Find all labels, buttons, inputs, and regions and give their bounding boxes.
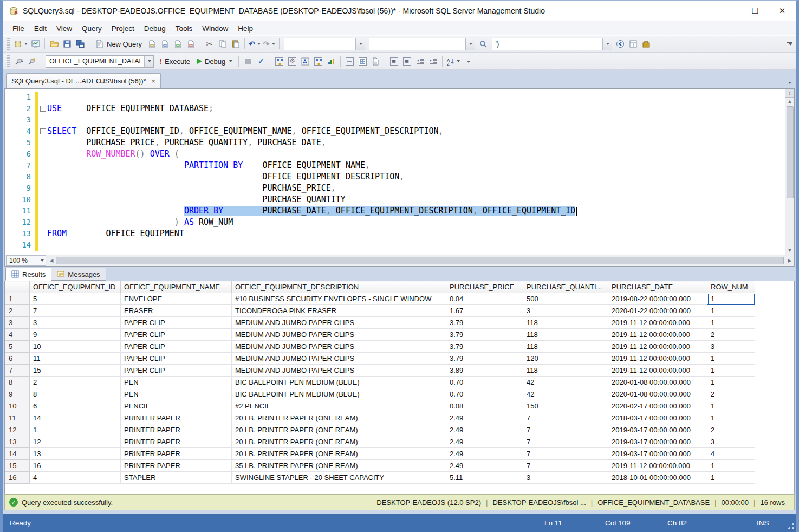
cancel-executing-query-button[interactable] (242, 55, 254, 68)
grid-cell[interactable]: 11 (30, 353, 121, 365)
row-number[interactable]: 6 (5, 353, 30, 365)
grid-cell[interactable]: PRINTER PAPER (121, 412, 232, 424)
grid-cell[interactable]: 3.79 (446, 317, 523, 329)
toolbar-combo-1[interactable] (284, 38, 365, 50)
toolbar-overflow-button[interactable] (783, 37, 796, 50)
grid-cell[interactable]: 118 (523, 365, 608, 377)
grid-cell[interactable]: PAPER CLIP (121, 353, 232, 365)
code-line-12[interactable]: 12 ) AS ROW_NUM (5, 217, 794, 228)
grid-cell[interactable]: #2 PENCIL (232, 400, 446, 412)
grid-cell[interactable]: 7 (523, 412, 608, 424)
grid-cell[interactable]: 2018-10-01 00:00:00.000 (608, 472, 707, 484)
uncomment-selection-button[interactable] (401, 55, 413, 68)
tab-messages[interactable]: Messages (51, 268, 106, 281)
grid-cell[interactable]: 118 (523, 317, 608, 329)
menu-debug[interactable]: Debug (139, 22, 171, 35)
grid-cell[interactable]: 2.49 (446, 424, 523, 436)
code-line-9[interactable]: 9 PURCHASE_PRICE, (5, 183, 794, 194)
open-file-button[interactable] (48, 37, 60, 50)
grid-cell[interactable]: 0.70 (446, 388, 523, 400)
paste-button[interactable] (229, 37, 242, 50)
row-number[interactable]: 10 (5, 400, 30, 412)
grid-cell[interactable]: 2019-11-12 00:00:00.000 (608, 317, 707, 329)
grid-cell[interactable]: 2.49 (446, 436, 523, 448)
decrease-indent-button[interactable] (414, 55, 426, 68)
menu-help[interactable]: Help (233, 22, 258, 35)
grid-cell[interactable]: 1 (707, 305, 755, 317)
row-number[interactable]: 11 (5, 412, 30, 424)
grid-cell[interactable]: PAPER CLIP (121, 329, 232, 341)
grid-cell[interactable]: 3.79 (446, 329, 523, 341)
grid-cell[interactable]: 42 (523, 388, 608, 400)
display-estimated-plan-button[interactable] (273, 55, 285, 68)
splitter-grip-icon[interactable]: ↕ (785, 89, 794, 98)
code-line-4[interactable]: 4-SELECT OFFICE_EQUIPMENT_ID, OFFICE_EQU… (5, 126, 794, 137)
row-number[interactable]: 13 (5, 436, 30, 448)
connect-object-explorer-button[interactable] (12, 37, 29, 50)
copy-button[interactable] (216, 37, 229, 50)
grid-cell[interactable]: 2019-11-12 00:00:00.000 (608, 329, 707, 341)
code-line-14[interactable]: 14 (5, 239, 794, 251)
parse-button[interactable]: ✓ (255, 55, 267, 68)
document-list-dropdown-icon[interactable] (788, 82, 791, 84)
grid-cell[interactable]: 20 LB. PRINTER PAPER (ONE REAM) (232, 436, 446, 448)
menu-view[interactable]: View (51, 22, 77, 35)
grid-cell[interactable]: 8 (30, 388, 121, 400)
column-header[interactable]: PURCHASE_PRICE (446, 281, 523, 293)
grid-cell[interactable]: 2 (707, 388, 755, 400)
grid-cell[interactable]: 2019-11-12 00:00:00.000 (608, 460, 707, 472)
grid-cell[interactable]: ERASER (121, 305, 232, 317)
properties-window-button[interactable] (627, 37, 640, 50)
row-number[interactable]: 3 (5, 317, 30, 329)
code-line-6[interactable]: 6 ROW_NUMBER() OVER ( (5, 148, 794, 160)
editor-vertical-scrollbar[interactable]: ↕ ▲ ▼ (785, 89, 794, 255)
grid-cell[interactable]: 1 (707, 472, 755, 484)
comment-selection-button[interactable] (388, 55, 400, 68)
grid-cell[interactable]: 1 (707, 293, 755, 305)
new-query-button[interactable]: New Query (92, 37, 145, 50)
grid-cell[interactable]: 118 (523, 329, 608, 341)
column-header[interactable]: OFFICE_EQUIPMENT_DESCRIPTION (232, 281, 446, 293)
results-to-grid-button[interactable] (356, 55, 369, 68)
grid-cell[interactable]: 2.49 (446, 412, 523, 424)
toolbar-combo-2[interactable] (369, 38, 475, 50)
grid-cell[interactable]: 0.08 (446, 400, 523, 412)
new-dmx-query-button[interactable] (172, 37, 184, 50)
grid-cell[interactable]: 2020-01-08 00:00:00.000 (608, 388, 707, 400)
grid-cell[interactable]: MEDIUM AND JUMBO PAPER CLIPS (232, 365, 446, 377)
grid-cell[interactable]: 2.49 (446, 460, 523, 472)
toolbox-button[interactable] (640, 37, 653, 50)
grid-cell[interactable]: 2019-03-17 00:00:00.000 (608, 448, 707, 460)
scrollbar-thumb[interactable] (56, 257, 784, 264)
increase-indent-button[interactable] (427, 55, 439, 68)
specify-values-button[interactable]: AZ (445, 55, 461, 68)
grid-cell[interactable]: 14 (30, 412, 121, 424)
grid-cell[interactable]: 2018-03-17 00:00:00.000 (608, 412, 707, 424)
column-header[interactable]: OFFICE_EQUIPMENT_ID (30, 281, 121, 293)
menu-tools[interactable]: Tools (171, 22, 198, 35)
grid-cell[interactable]: PAPER CLIP (121, 317, 232, 329)
grid-cell[interactable]: PRINTER PAPER (121, 436, 232, 448)
new-mdx-query-button[interactable] (159, 37, 171, 50)
row-number[interactable]: 7 (5, 365, 30, 377)
grid-cell[interactable]: 2020-01-22 00:00:00.000 (608, 305, 707, 317)
menu-project[interactable]: Project (107, 22, 139, 35)
grid-cell[interactable]: TICONDEROGA PINK ERASER (232, 305, 446, 317)
grid-cell[interactable]: 1 (30, 424, 121, 436)
combo-dropdown-button[interactable] (465, 38, 475, 50)
grid-cell[interactable]: 7 (30, 305, 121, 317)
collapse-region-icon[interactable]: - (40, 106, 46, 112)
grid-cell[interactable]: 3 (707, 436, 755, 448)
menu-edit[interactable]: Edit (29, 22, 51, 35)
toolbar-grip[interactable] (7, 55, 10, 67)
close-button[interactable]: ✕ (769, 1, 796, 21)
grid-cell[interactable]: 5.11 (446, 472, 523, 484)
column-header[interactable]: OFFICE_EQUIPMENT_NAME (121, 281, 232, 293)
column-header[interactable]: PURCHASE_QUANTI... (523, 281, 608, 293)
grid-cell[interactable]: MEDIUM AND JUMBO PAPER CLIPS (232, 329, 446, 341)
grid-cell[interactable]: BIC BALLPOINT PEN MEDIUM (BLUE) (232, 377, 446, 388)
row-number[interactable]: 12 (5, 424, 30, 436)
code-line-7[interactable]: 7 PARTITION BY OFFICE_EQUIPMENT_NAME, (5, 160, 794, 171)
grid-cell[interactable]: 1 (707, 400, 755, 412)
row-number[interactable]: 4 (5, 329, 30, 341)
